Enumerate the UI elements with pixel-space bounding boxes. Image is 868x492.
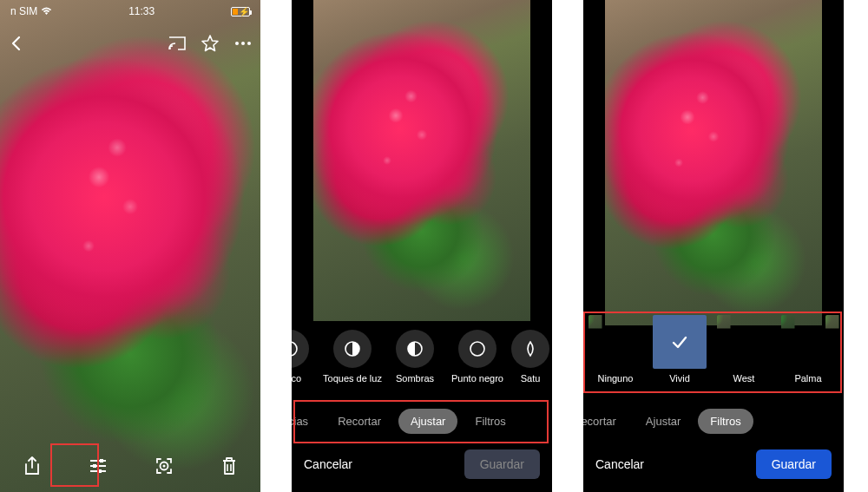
adjust-sombras[interactable]: Sombras — [384, 330, 446, 384]
wifi-icon — [41, 7, 52, 16]
battery-icon: ⚡ — [231, 7, 250, 16]
check-icon — [669, 331, 690, 352]
photo-main[interactable] — [0, 0, 260, 492]
edit-sliders-icon[interactable] — [89, 457, 108, 475]
trash-icon[interactable] — [221, 456, 237, 476]
lens-icon[interactable] — [155, 456, 174, 476]
svg-point-1 — [235, 42, 239, 45]
adjust-label: lanco — [292, 373, 301, 384]
cancel-button[interactable]: Cancelar — [595, 457, 644, 471]
svg-point-3 — [247, 42, 251, 45]
bottom-bar — [0, 440, 260, 492]
filter-m[interactable]: M — [842, 315, 844, 384]
svg-point-2 — [241, 42, 245, 45]
viewer-screen: n SIM 11:33 ⚡ — [0, 0, 260, 492]
adjust-punto[interactable]: Punto negro — [446, 330, 509, 384]
blanco-icon — [292, 330, 309, 368]
cast-icon[interactable] — [168, 36, 186, 50]
adjust-label: Satu — [521, 373, 541, 384]
filter-thumb — [717, 315, 771, 369]
star-icon[interactable] — [201, 35, 219, 52]
adjust-label: Toques de luz — [323, 373, 382, 384]
clock: 11:33 — [52, 5, 231, 17]
tab-filtros[interactable]: Filtros — [698, 409, 753, 434]
tab-ajustar[interactable]: Ajustar — [634, 409, 693, 434]
filter-label: Palma — [794, 373, 821, 384]
adjust-satu[interactable]: Satu — [509, 330, 552, 384]
adjust-blanco[interactable]: lanco — [292, 330, 321, 384]
editor-tabs: ciasRecortarAjustarFiltros — [292, 402, 552, 440]
svg-point-0 — [169, 48, 171, 49]
back-icon[interactable] — [9, 36, 24, 51]
photo-editing[interactable] — [313, 0, 530, 321]
filter-label: Vivid — [669, 373, 690, 384]
adjust-toques[interactable]: Toques de luz — [321, 330, 384, 384]
filter-label: Ninguno — [598, 373, 634, 384]
adjust-label: Sombras — [396, 373, 434, 384]
carrier-label: n SIM — [10, 5, 37, 17]
filter-thumb — [653, 315, 707, 369]
tab-ajustar[interactable]: Ajustar — [398, 409, 457, 434]
tab-filtros[interactable]: Filtros — [463, 409, 517, 434]
filter-west[interactable]: West — [713, 315, 774, 384]
cancel-button[interactable]: Cancelar — [304, 457, 352, 471]
toques-icon — [333, 330, 372, 368]
filter-thumb — [589, 315, 642, 369]
status-bar: n SIM 11:33 ⚡ — [0, 0, 260, 23]
editor-tabs: RecortarAjustarFiltros — [583, 402, 844, 440]
filter-label: West — [733, 373, 755, 384]
editor-adjust-screen: lancoToques de luzSombrasPunto negroSatu… — [292, 0, 552, 492]
more-icon[interactable] — [234, 41, 252, 46]
filter-thumb — [825, 315, 844, 369]
svg-rect-6 — [98, 469, 102, 473]
top-actions — [0, 26, 260, 61]
svg-rect-5 — [93, 464, 96, 468]
tab-sugerencias[interactable]: cias — [292, 409, 320, 434]
photo-editing[interactable] — [605, 0, 822, 325]
editor-actions: Cancelar Guardar — [583, 445, 844, 483]
editor-actions: Cancelar Guardar — [292, 445, 552, 483]
sombras-icon — [396, 330, 434, 368]
adjust-label: Punto negro — [451, 373, 503, 384]
satu-icon — [511, 330, 549, 368]
save-button[interactable]: Guardar — [756, 449, 832, 479]
svg-point-8 — [163, 465, 166, 468]
tab-recortar[interactable]: Recortar — [326, 409, 393, 434]
filter-vivid[interactable]: Vivid — [649, 315, 710, 384]
filter-ninguno[interactable]: Ninguno — [585, 315, 646, 384]
tab-recortar[interactable]: Recortar — [583, 409, 628, 434]
svg-rect-4 — [100, 459, 103, 462]
punto-icon — [458, 330, 496, 368]
svg-point-12 — [470, 342, 484, 356]
save-button[interactable]: Guardar — [464, 449, 540, 479]
share-icon[interactable] — [23, 456, 41, 476]
editor-filters-screen: NingunoVividWestPalmaM RecortarAjustarFi… — [583, 0, 844, 492]
filters-row[interactable]: NingunoVividWestPalmaM — [583, 312, 844, 391]
svg-point-9 — [292, 342, 297, 356]
adjustments-row[interactable]: lancoToques de luzSombrasPunto negroSatu — [292, 322, 552, 391]
